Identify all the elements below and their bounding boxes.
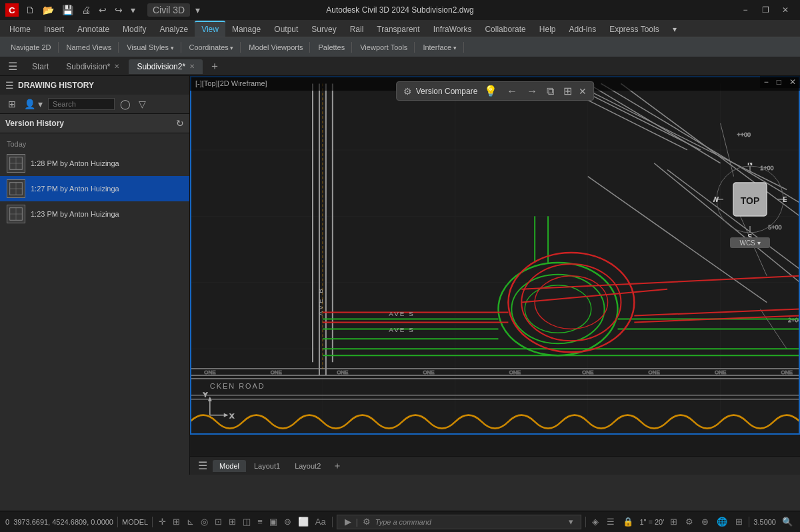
map-icon[interactable]: 🌐 [715,516,729,527]
otrack-icon[interactable]: ⊞ [227,516,238,527]
zoom-icon[interactable]: 🔍 [780,516,795,527]
svg-line-71 [634,309,800,316]
open-btn[interactable]: 📂 [40,3,57,17]
doc-tab-start[interactable]: Start [24,59,57,74]
tab-add-ins[interactable]: Add-ins [562,22,603,37]
refresh-btn[interactable]: ↻ [176,118,184,129]
tab-annotate[interactable]: Annotate [71,22,116,37]
copy-btn[interactable]: ⧉ [544,85,557,97]
svg-text:W: W [713,195,719,203]
doc-tab-close-subdivision[interactable]: ✕ [114,63,119,70]
viewport-restore-btn[interactable]: □ [773,76,785,88]
tab-collaborate[interactable]: Collaborate [478,22,532,37]
new-file-btn[interactable]: 🗋 [23,3,37,17]
annotation-monitor-icon[interactable]: ◈ [590,516,601,527]
tab-manage[interactable]: Manage [225,22,267,37]
tab-analyze[interactable]: Analyze [153,22,195,37]
snap-icon[interactable]: ✛ [157,516,168,527]
save-btn[interactable]: 💾 [59,3,76,17]
navigate-2d-btn[interactable]: Navigate 2D [7,42,55,53]
doc-tab-close-subdivision2[interactable]: ✕ [189,63,195,70]
tab-output[interactable]: Output [267,22,305,37]
tab-infraworks[interactable]: InfraWorks [427,22,479,37]
search-input[interactable] [48,98,115,110]
navigation-cube[interactable]: N S E W TOP WCS ▾ [713,163,787,236]
viewport-area[interactable]: ONE ONE ONE ONE ONE ONE ONE ONE ONE CKEN… [190,76,800,475]
tab-insert[interactable]: Insert [37,22,71,37]
ortho-icon[interactable]: ⊾ [185,516,196,527]
view-toggle-btn[interactable]: ⊞ [5,97,19,111]
tab-survey[interactable]: Survey [305,22,343,37]
transparency-icon[interactable]: ▣ [267,516,279,527]
annotate-icon[interactable]: Aa [313,516,328,527]
model-viewports-btn[interactable]: Model Viewports [245,42,307,53]
ducs-icon[interactable]: ◫ [241,516,253,527]
layout-menu-btn[interactable]: ☰ [194,458,211,473]
title-bar: C 🗋 📂 💾 🖨 ↩ ↪ ▾ Civil 3D ▾ Autodesk Civi… [0,0,800,20]
doc-tab-subdivision[interactable]: Subdivision* ✕ [58,59,127,74]
circle-btn[interactable]: ◯ [117,97,133,111]
next-diff-btn[interactable]: → [524,85,540,97]
tab-rail[interactable]: Rail [343,22,371,37]
workspace-icon[interactable]: ☰ [605,516,617,527]
command-scroll-icon[interactable]: ▾ [567,516,575,527]
viewport-close-btn[interactable]: ✕ [785,76,800,88]
version-item-2[interactable]: 1:23 PM by Anton Huizinga [0,201,189,227]
tab-view[interactable]: View [195,21,225,37]
osnap-icon[interactable]: ⊡ [213,516,224,527]
restore-btn[interactable]: ❐ [756,3,775,17]
lock-icon[interactable]: 🔒 [621,516,635,527]
compare-close-btn[interactable]: ✕ [579,86,587,97]
print-btn[interactable]: 🖨 [79,3,93,17]
map-toggle-icon[interactable]: ⊞ [733,516,745,527]
minimize-btn[interactable]: − [736,3,755,17]
settings-icon[interactable]: ⚙ [403,86,412,97]
add-layout-btn[interactable]: ＋ [329,459,346,473]
layout-tab-model[interactable]: Model [213,460,246,472]
polar-icon[interactable]: ◎ [199,516,210,527]
customize-icon[interactable]: ⊕ [699,516,711,527]
doc-tab-subdivision2[interactable]: Subdivision2* ✕ [129,59,203,74]
layout-tab-layout2[interactable]: Layout2 [288,460,327,472]
coordinates-btn[interactable]: Coordinates [185,42,238,53]
product-dropdown-btn[interactable]: ▾ [193,3,203,17]
palettes-btn[interactable]: Palettes [314,42,349,53]
viewport-scale-icon[interactable]: ⊞ [668,516,679,527]
model-toggle-icon[interactable]: ⬜ [296,516,311,527]
viewport-tools-btn[interactable]: Viewport Tools [356,42,411,53]
named-views-btn[interactable]: Named Views [63,42,116,53]
version-item-1[interactable]: 1:27 PM by Anton Huizinga [0,176,189,201]
prev-diff-btn[interactable]: ← [504,85,520,97]
tab-help[interactable]: Help [533,22,563,37]
qa-dropdown-btn[interactable]: ▾ [128,3,138,17]
settings-icon[interactable]: ⚙ [683,516,695,527]
grid-status-icon[interactable]: ⊞ [171,516,182,527]
tab-overflow[interactable]: ▾ [666,22,683,37]
close-btn[interactable]: ✕ [776,3,795,17]
filter-btn[interactable]: ▽ [136,97,149,111]
layout-tab-layout1[interactable]: Layout1 [247,460,287,472]
visual-styles-btn[interactable]: Visual Styles [123,42,177,53]
ribbon-tabs: Home Insert Annotate Modify Analyze View… [0,20,800,37]
user-btn[interactable]: 👤 ▾ [21,97,45,111]
tab-express-tools[interactable]: Express Tools [603,22,665,37]
lweight-icon[interactable]: ≡ [255,516,265,527]
version-item-0[interactable]: 1:28 PM by Anton Huizinga [0,151,189,176]
tab-transparent[interactable]: Transparent [370,22,426,37]
undo-btn[interactable]: ↩ [96,3,109,17]
new-tab-btn[interactable]: ＋ [204,57,225,76]
tab-modify[interactable]: Modify [116,22,153,37]
tab-home[interactable]: Home [3,22,37,37]
menu-hamburger-btn[interactable]: ☰ [3,57,23,75]
viewport-minimize-btn[interactable]: − [760,76,773,88]
grid-btn[interactable]: ⊞ [561,85,575,97]
svg-text:ONE: ONE [337,369,348,375]
interface-btn[interactable]: Interface [419,42,460,53]
lightbulb-icon[interactable]: 💡 [481,85,500,97]
svg-text:ONE: ONE [204,369,215,375]
quick-access-toolbar: 🗋 📂 💾 🖨 ↩ ↪ ▾ Civil 3D ▾ [23,3,203,17]
app-icon[interactable]: C [5,3,19,17]
sel-cycling-icon[interactable]: ⊚ [282,516,293,527]
command-input-area[interactable]: ▶ | ⚙ Type a command ▾ [337,515,582,529]
redo-btn[interactable]: ↪ [112,3,125,17]
